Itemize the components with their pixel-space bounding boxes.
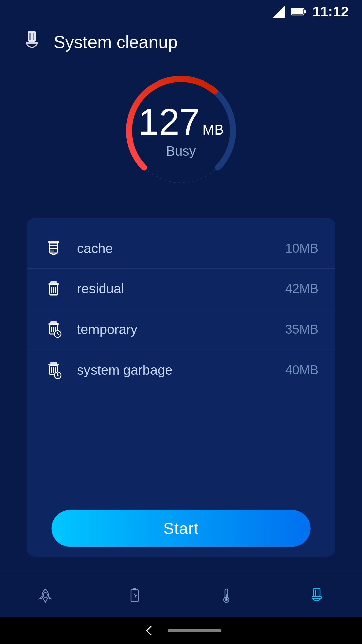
- brush-icon-header: [20, 30, 44, 54]
- temperature-icon: [216, 585, 237, 606]
- gauge-center: 127MB Busy: [138, 103, 224, 159]
- svg-rect-23: [50, 321, 57, 323]
- list-item[interactable]: temporary 35MB: [27, 309, 335, 350]
- app-header: System cleanup: [0, 20, 362, 64]
- signal-icon: [273, 6, 285, 18]
- svg-rect-44: [133, 588, 136, 590]
- back-button[interactable]: [141, 622, 158, 639]
- list-item[interactable]: residual 42MB: [27, 269, 335, 309]
- residual-size: 42MB: [285, 282, 318, 296]
- svg-rect-7: [29, 33, 31, 40]
- svg-point-48: [225, 598, 228, 601]
- svg-rect-17: [50, 281, 57, 283]
- svg-point-41: [57, 375, 58, 376]
- cache-label: cache: [77, 241, 272, 256]
- garbage-icon: [44, 360, 64, 380]
- svg-rect-3: [304, 10, 306, 13]
- residual-label: residual: [77, 281, 272, 297]
- bottom-nav: [0, 574, 362, 617]
- list-item[interactable]: cache 10MB: [27, 228, 335, 269]
- garbage-label: system garbage: [77, 363, 272, 378]
- svg-rect-8: [33, 33, 34, 40]
- svg-rect-49: [313, 588, 320, 596]
- svg-rect-43: [131, 590, 138, 602]
- list-item[interactable]: system garbage 40MB: [27, 350, 335, 390]
- svg-rect-4: [292, 9, 303, 14]
- battery-boost-icon: [125, 585, 146, 606]
- brush-nav-icon: [306, 585, 327, 606]
- cache-icon: [44, 238, 64, 258]
- garbage-size: 40MB: [285, 363, 318, 377]
- temporary-size: 35MB: [285, 322, 318, 337]
- nav-item-boost[interactable]: [25, 574, 65, 617]
- home-pill[interactable]: [168, 629, 221, 632]
- gauge-label: Busy: [138, 144, 224, 159]
- page-title: System cleanup: [54, 32, 178, 52]
- svg-rect-5: [28, 31, 36, 42]
- status-time: 11:12: [313, 4, 349, 20]
- nav-item-temperature[interactable]: [206, 574, 246, 617]
- system-bar: [0, 617, 362, 644]
- temporary-icon: [44, 319, 64, 339]
- nav-item-battery[interactable]: [116, 574, 156, 617]
- svg-rect-32: [50, 362, 57, 364]
- cleanup-card: cache 10MB residual 42MB: [27, 218, 335, 557]
- nav-item-cleanup[interactable]: [297, 574, 337, 617]
- gauge-value: 127MB: [138, 103, 224, 140]
- svg-point-42: [43, 592, 47, 598]
- start-button[interactable]: Start: [52, 510, 311, 547]
- rocket-icon: [35, 585, 56, 606]
- gauge-container: 127MB Busy: [117, 67, 245, 195]
- battery-icon: [291, 7, 306, 16]
- cache-size: 10MB: [285, 241, 318, 256]
- svg-rect-6: [26, 42, 38, 44]
- residual-icon: [44, 279, 64, 299]
- temporary-label: temporary: [77, 322, 272, 337]
